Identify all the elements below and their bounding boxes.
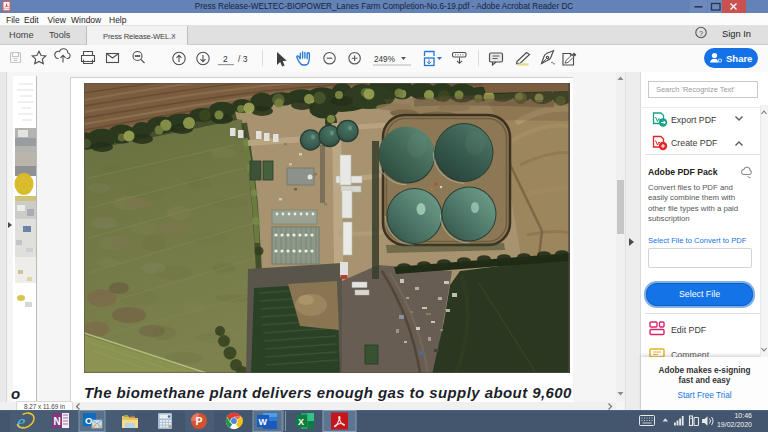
svg-text:Edit PDF: Edit PDF — [671, 325, 707, 335]
svg-text:X: X — [298, 417, 304, 427]
svg-text:O: O — [85, 415, 92, 426]
svg-text:Create PDF: Create PDF — [671, 138, 718, 148]
svg-text:N: N — [54, 416, 61, 427]
svg-text:Export PDF: Export PDF — [671, 115, 717, 125]
svg-text:249%: 249% — [374, 55, 395, 64]
svg-text:/ 3: / 3 — [238, 54, 248, 64]
svg-text:Share: Share — [726, 53, 752, 64]
svg-text:2: 2 — [223, 54, 228, 64]
svg-text:W: W — [259, 417, 268, 427]
svg-text:?: ? — [699, 29, 703, 38]
svg-text:P: P — [196, 415, 203, 427]
